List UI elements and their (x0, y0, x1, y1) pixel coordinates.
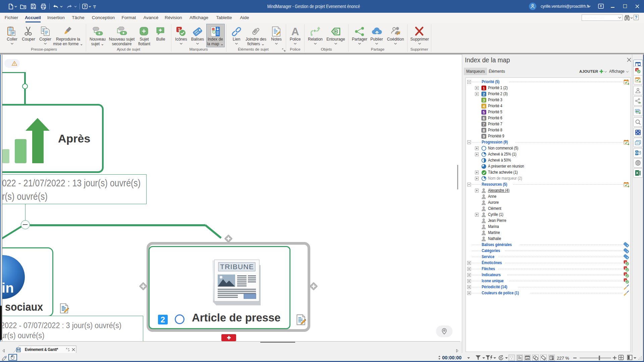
svg-text:O: O (636, 151, 638, 155)
svg-text:TRIBUNE: TRIBUNE (220, 263, 254, 270)
svg-text:2: 2 (483, 92, 485, 96)
svg-text:24: 24 (526, 357, 529, 360)
svg-text:A: A (291, 26, 299, 37)
svg-text:8: 8 (483, 128, 485, 132)
svg-text:5: 5 (483, 110, 485, 114)
svg-text:4: 4 (483, 104, 485, 108)
svg-text:?: ? (84, 4, 86, 8)
svg-text:7: 7 (483, 122, 485, 126)
svg-text:3: 3 (483, 98, 485, 102)
svg-text:X: X (636, 171, 639, 175)
svg-text:9: 9 (483, 134, 485, 138)
svg-text:1: 1 (483, 86, 485, 90)
svg-text:6: 6 (483, 116, 485, 120)
